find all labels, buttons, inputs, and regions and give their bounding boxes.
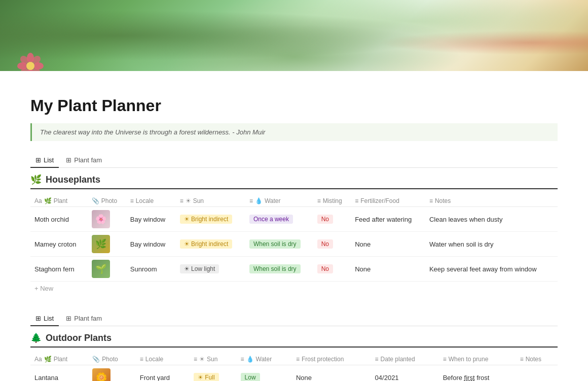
tab-outdoor-plantfam[interactable]: ⊞ Plant fam bbox=[61, 311, 107, 326]
cell-plant-name: Moth orchid bbox=[30, 207, 88, 232]
out-col-locale: ≡ Locale bbox=[136, 354, 190, 365]
tab-houseplants-list[interactable]: ⊞ List bbox=[30, 153, 59, 168]
cell-misting: No bbox=[313, 257, 351, 282]
cell-photo: 🌿 bbox=[88, 232, 126, 257]
header-image bbox=[0, 0, 588, 71]
cell-locale: Sunroom bbox=[126, 257, 176, 282]
houseplants-header-row: Aa 🌿 Plant 📎 Photo ≡ Locale ≡ ☀Sun ≡ 💧Wa… bbox=[30, 195, 558, 207]
cell-frost: None bbox=[292, 365, 371, 382]
out-col-prune: ≡ When to prune bbox=[439, 354, 516, 365]
out-col-date: ≡ Date planted bbox=[371, 354, 439, 365]
col-misting: ≡ Misting bbox=[313, 195, 351, 207]
houseplants-add-new[interactable]: + New bbox=[30, 282, 558, 295]
out-col-water: ≡ 💧Water bbox=[237, 354, 292, 365]
cell-water: Once a week bbox=[245, 207, 313, 232]
table-row[interactable]: Moth orchid 🌸 Bay window ☀ Bright indire… bbox=[30, 207, 558, 232]
col-photo: 📎 Photo bbox=[88, 195, 126, 207]
cell-notes: Water when soil is dry bbox=[425, 232, 558, 257]
houseplants-section-title: 🌿 Houseplants bbox=[30, 174, 558, 189]
cell-water: When soil is dry bbox=[245, 232, 313, 257]
houseplants-icon: 🌿 bbox=[30, 174, 42, 185]
table-row[interactable]: Lantana 🌼 Front yard ☀ Full Low None 04/… bbox=[30, 365, 558, 382]
cell-misting: No bbox=[313, 207, 351, 232]
plantfam-icon: ⊞ bbox=[66, 156, 71, 164]
outdoor-list-icon: ⊞ bbox=[35, 315, 41, 322]
cell-plant-name: Staghorn fern bbox=[30, 257, 88, 282]
cell-plant-name: Lantana bbox=[30, 365, 88, 382]
table-row[interactable]: Mamey croton 🌿 Bay window ☀ Bright indir… bbox=[30, 232, 558, 257]
cell-fertilizer: Feed after watering bbox=[351, 207, 425, 232]
cell-notes: Keep several feet away from window bbox=[425, 257, 558, 282]
houseplants-section: ⊞ List ⊞ Plant fam 🌿 Houseplants Aa 🌿 Pl… bbox=[30, 153, 558, 295]
outdoor-tabs: ⊞ List ⊞ Plant fam bbox=[30, 311, 558, 326]
cell-sun: ☀ Full bbox=[190, 365, 237, 382]
tab-houseplants-plantfam[interactable]: ⊞ Plant fam bbox=[61, 153, 107, 168]
outdoor-header-row: Aa 🌿 Plant 📎 Photo ≡ Locale ≡ ☀Sun ≡ 💧Wa… bbox=[30, 354, 558, 365]
cell-locale: Front yard bbox=[136, 365, 190, 382]
cell-water: Low bbox=[237, 365, 292, 382]
cell-plant-name: Mamey croton bbox=[30, 232, 88, 257]
page-title: My Plant Planner bbox=[30, 96, 558, 115]
cell-photo: 🌸 bbox=[88, 207, 126, 232]
tab-outdoor-list[interactable]: ⊞ List bbox=[30, 311, 59, 326]
cell-locale: Bay window bbox=[126, 232, 176, 257]
out-col-sun: ≡ ☀Sun bbox=[190, 354, 237, 365]
list-icon: ⊞ bbox=[35, 156, 41, 164]
cell-fertilizer: None bbox=[351, 232, 425, 257]
outdoor-section: ⊞ List ⊞ Plant fam 🌲 Outdoor Plants Aa 🌿… bbox=[30, 311, 558, 381]
col-locale: ≡ Locale bbox=[126, 195, 176, 207]
out-col-photo: 📎 Photo bbox=[88, 354, 136, 365]
col-fertilizer: ≡ Fertilizer/Food bbox=[351, 195, 425, 207]
tab-list-label: List bbox=[44, 156, 54, 164]
flower-icon bbox=[15, 51, 46, 71]
houseplants-tabs: ⊞ List ⊞ Plant fam bbox=[30, 153, 558, 168]
houseplants-table: Aa 🌿 Plant 📎 Photo ≡ Locale ≡ ☀Sun ≡ 💧Wa… bbox=[30, 195, 558, 282]
col-water: ≡ 💧Water bbox=[245, 195, 313, 207]
outdoor-table: Aa 🌿 Plant 📎 Photo ≡ Locale ≡ ☀Sun ≡ 💧Wa… bbox=[30, 354, 558, 381]
cell-misting: No bbox=[313, 232, 351, 257]
col-notes: ≡ Notes bbox=[425, 195, 558, 207]
cell-sun: ☀ Low light bbox=[176, 257, 245, 282]
outdoor-tab-list-label: List bbox=[44, 315, 54, 322]
cell-water: When soil is dry bbox=[245, 257, 313, 282]
cell-notes: Clean leaves when dusty bbox=[425, 207, 558, 232]
quote-text: The clearest way into the Universe is th… bbox=[40, 128, 265, 136]
cell-fertilizer: None bbox=[351, 257, 425, 282]
cell-when-prune: Before first frost bbox=[439, 365, 516, 382]
cell-photo: 🌱 bbox=[88, 257, 126, 282]
out-col-plant: Aa 🌿 Plant bbox=[30, 354, 88, 365]
cell-notes bbox=[516, 365, 558, 382]
cell-sun: ☀ Bright indirect bbox=[176, 207, 245, 232]
outdoor-section-title: 🌲 Outdoor Plants bbox=[30, 332, 558, 348]
col-sun: ≡ ☀Sun bbox=[176, 195, 245, 207]
outdoor-icon: 🌲 bbox=[30, 332, 42, 343]
cell-locale: Bay window bbox=[126, 207, 176, 232]
quote-block: The clearest way into the Universe is th… bbox=[30, 123, 558, 141]
table-row[interactable]: Staghorn fern 🌱 Sunroom ☀ Low light When… bbox=[30, 257, 558, 282]
out-col-notes: ≡ Notes bbox=[516, 354, 558, 365]
cell-date-planted: 04/2021 bbox=[371, 365, 439, 382]
cell-sun: ☀ Bright indirect bbox=[176, 232, 245, 257]
out-col-frost: ≡ Frost protection bbox=[292, 354, 371, 365]
svg-point-9 bbox=[26, 62, 34, 70]
cell-photo: 🌼 bbox=[88, 365, 136, 382]
outdoor-plantfam-icon: ⊞ bbox=[66, 315, 71, 322]
outdoor-tab-plantfam-label: Plant fam bbox=[74, 315, 102, 322]
tab-plantfam-label: Plant fam bbox=[74, 156, 102, 164]
col-plant: Aa 🌿 Plant bbox=[30, 195, 88, 207]
